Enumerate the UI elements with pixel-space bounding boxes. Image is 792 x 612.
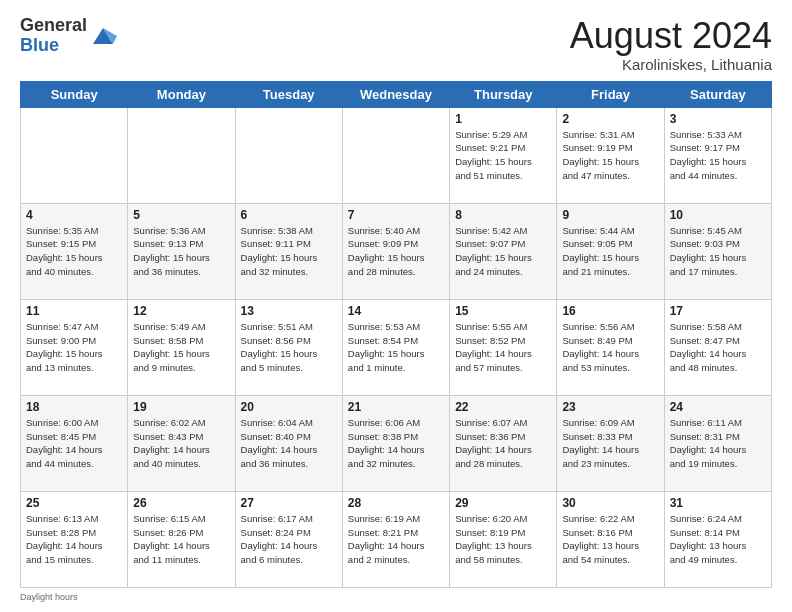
day-header-wednesday: Wednesday [342, 81, 449, 107]
calendar-cell: 9Sunrise: 5:44 AM Sunset: 9:05 PM Daylig… [557, 203, 664, 299]
day-info: Sunrise: 6:09 AM Sunset: 8:33 PM Dayligh… [562, 416, 658, 471]
day-number: 29 [455, 496, 551, 510]
day-number: 21 [348, 400, 444, 414]
calendar-cell [21, 107, 128, 203]
day-number: 18 [26, 400, 122, 414]
day-header-tuesday: Tuesday [235, 81, 342, 107]
day-info: Sunrise: 5:42 AM Sunset: 9:07 PM Dayligh… [455, 224, 551, 279]
calendar-cell: 31Sunrise: 6:24 AM Sunset: 8:14 PM Dayli… [664, 491, 771, 587]
day-header-friday: Friday [557, 81, 664, 107]
calendar-cell: 29Sunrise: 6:20 AM Sunset: 8:19 PM Dayli… [450, 491, 557, 587]
month-year: August 2024 [570, 16, 772, 56]
calendar-cell: 28Sunrise: 6:19 AM Sunset: 8:21 PM Dayli… [342, 491, 449, 587]
calendar-cell: 21Sunrise: 6:06 AM Sunset: 8:38 PM Dayli… [342, 395, 449, 491]
calendar-cell: 5Sunrise: 5:36 AM Sunset: 9:13 PM Daylig… [128, 203, 235, 299]
day-number: 30 [562, 496, 658, 510]
day-info: Sunrise: 5:55 AM Sunset: 8:52 PM Dayligh… [455, 320, 551, 375]
day-number: 28 [348, 496, 444, 510]
day-number: 3 [670, 112, 766, 126]
day-info: Sunrise: 6:20 AM Sunset: 8:19 PM Dayligh… [455, 512, 551, 567]
day-number: 12 [133, 304, 229, 318]
calendar-cell: 15Sunrise: 5:55 AM Sunset: 8:52 PM Dayli… [450, 299, 557, 395]
day-info: Sunrise: 6:06 AM Sunset: 8:38 PM Dayligh… [348, 416, 444, 471]
week-row-5: 25Sunrise: 6:13 AM Sunset: 8:28 PM Dayli… [21, 491, 772, 587]
calendar-cell: 1Sunrise: 5:29 AM Sunset: 9:21 PM Daylig… [450, 107, 557, 203]
calendar-cell: 24Sunrise: 6:11 AM Sunset: 8:31 PM Dayli… [664, 395, 771, 491]
day-info: Sunrise: 5:29 AM Sunset: 9:21 PM Dayligh… [455, 128, 551, 183]
day-number: 20 [241, 400, 337, 414]
day-info: Sunrise: 5:40 AM Sunset: 9:09 PM Dayligh… [348, 224, 444, 279]
day-number: 2 [562, 112, 658, 126]
day-number: 24 [670, 400, 766, 414]
day-number: 16 [562, 304, 658, 318]
logo-text: General Blue [20, 16, 87, 56]
calendar-cell: 18Sunrise: 6:00 AM Sunset: 8:45 PM Dayli… [21, 395, 128, 491]
header: General Blue August 2024 Karoliniskes, L… [20, 16, 772, 73]
day-number: 5 [133, 208, 229, 222]
calendar-cell: 19Sunrise: 6:02 AM Sunset: 8:43 PM Dayli… [128, 395, 235, 491]
day-info: Sunrise: 5:44 AM Sunset: 9:05 PM Dayligh… [562, 224, 658, 279]
day-number: 4 [26, 208, 122, 222]
calendar-cell: 27Sunrise: 6:17 AM Sunset: 8:24 PM Dayli… [235, 491, 342, 587]
calendar-cell: 2Sunrise: 5:31 AM Sunset: 9:19 PM Daylig… [557, 107, 664, 203]
calendar-cell: 14Sunrise: 5:53 AM Sunset: 8:54 PM Dayli… [342, 299, 449, 395]
day-number: 13 [241, 304, 337, 318]
title-area: August 2024 Karoliniskes, Lithuania [570, 16, 772, 73]
day-number: 31 [670, 496, 766, 510]
day-info: Sunrise: 5:49 AM Sunset: 8:58 PM Dayligh… [133, 320, 229, 375]
week-row-1: 1Sunrise: 5:29 AM Sunset: 9:21 PM Daylig… [21, 107, 772, 203]
day-info: Sunrise: 5:36 AM Sunset: 9:13 PM Dayligh… [133, 224, 229, 279]
day-header-saturday: Saturday [664, 81, 771, 107]
day-number: 11 [26, 304, 122, 318]
week-row-4: 18Sunrise: 6:00 AM Sunset: 8:45 PM Dayli… [21, 395, 772, 491]
day-info: Sunrise: 6:11 AM Sunset: 8:31 PM Dayligh… [670, 416, 766, 471]
day-info: Sunrise: 5:47 AM Sunset: 9:00 PM Dayligh… [26, 320, 122, 375]
day-info: Sunrise: 6:07 AM Sunset: 8:36 PM Dayligh… [455, 416, 551, 471]
day-number: 1 [455, 112, 551, 126]
calendar-cell: 7Sunrise: 5:40 AM Sunset: 9:09 PM Daylig… [342, 203, 449, 299]
day-info: Sunrise: 6:15 AM Sunset: 8:26 PM Dayligh… [133, 512, 229, 567]
day-info: Sunrise: 6:17 AM Sunset: 8:24 PM Dayligh… [241, 512, 337, 567]
calendar-cell: 12Sunrise: 5:49 AM Sunset: 8:58 PM Dayli… [128, 299, 235, 395]
day-info: Sunrise: 6:19 AM Sunset: 8:21 PM Dayligh… [348, 512, 444, 567]
calendar-cell: 16Sunrise: 5:56 AM Sunset: 8:49 PM Dayli… [557, 299, 664, 395]
header-row: SundayMondayTuesdayWednesdayThursdayFrid… [21, 81, 772, 107]
location: Karoliniskes, Lithuania [570, 56, 772, 73]
day-number: 7 [348, 208, 444, 222]
day-info: Sunrise: 6:13 AM Sunset: 8:28 PM Dayligh… [26, 512, 122, 567]
day-info: Sunrise: 5:33 AM Sunset: 9:17 PM Dayligh… [670, 128, 766, 183]
calendar-cell: 17Sunrise: 5:58 AM Sunset: 8:47 PM Dayli… [664, 299, 771, 395]
day-info: Sunrise: 6:24 AM Sunset: 8:14 PM Dayligh… [670, 512, 766, 567]
calendar-cell: 4Sunrise: 5:35 AM Sunset: 9:15 PM Daylig… [21, 203, 128, 299]
day-info: Sunrise: 6:04 AM Sunset: 8:40 PM Dayligh… [241, 416, 337, 471]
day-info: Sunrise: 6:02 AM Sunset: 8:43 PM Dayligh… [133, 416, 229, 471]
calendar-cell: 3Sunrise: 5:33 AM Sunset: 9:17 PM Daylig… [664, 107, 771, 203]
calendar-cell: 8Sunrise: 5:42 AM Sunset: 9:07 PM Daylig… [450, 203, 557, 299]
day-number: 19 [133, 400, 229, 414]
day-info: Sunrise: 5:53 AM Sunset: 8:54 PM Dayligh… [348, 320, 444, 375]
day-number: 9 [562, 208, 658, 222]
calendar-cell: 6Sunrise: 5:38 AM Sunset: 9:11 PM Daylig… [235, 203, 342, 299]
day-info: Sunrise: 6:00 AM Sunset: 8:45 PM Dayligh… [26, 416, 122, 471]
page: General Blue August 2024 Karoliniskes, L… [0, 0, 792, 612]
day-info: Sunrise: 5:35 AM Sunset: 9:15 PM Dayligh… [26, 224, 122, 279]
calendar-cell: 23Sunrise: 6:09 AM Sunset: 8:33 PM Dayli… [557, 395, 664, 491]
day-number: 10 [670, 208, 766, 222]
logo-blue: Blue [20, 35, 59, 55]
calendar-cell [342, 107, 449, 203]
week-row-2: 4Sunrise: 5:35 AM Sunset: 9:15 PM Daylig… [21, 203, 772, 299]
calendar-cell: 30Sunrise: 6:22 AM Sunset: 8:16 PM Dayli… [557, 491, 664, 587]
day-info: Sunrise: 5:56 AM Sunset: 8:49 PM Dayligh… [562, 320, 658, 375]
day-header-sunday: Sunday [21, 81, 128, 107]
week-row-3: 11Sunrise: 5:47 AM Sunset: 9:00 PM Dayli… [21, 299, 772, 395]
day-info: Sunrise: 5:38 AM Sunset: 9:11 PM Dayligh… [241, 224, 337, 279]
day-number: 14 [348, 304, 444, 318]
calendar-cell: 25Sunrise: 6:13 AM Sunset: 8:28 PM Dayli… [21, 491, 128, 587]
day-header-thursday: Thursday [450, 81, 557, 107]
day-info: Sunrise: 6:22 AM Sunset: 8:16 PM Dayligh… [562, 512, 658, 567]
day-header-monday: Monday [128, 81, 235, 107]
day-number: 8 [455, 208, 551, 222]
day-info: Sunrise: 5:51 AM Sunset: 8:56 PM Dayligh… [241, 320, 337, 375]
day-number: 26 [133, 496, 229, 510]
day-info: Sunrise: 5:58 AM Sunset: 8:47 PM Dayligh… [670, 320, 766, 375]
